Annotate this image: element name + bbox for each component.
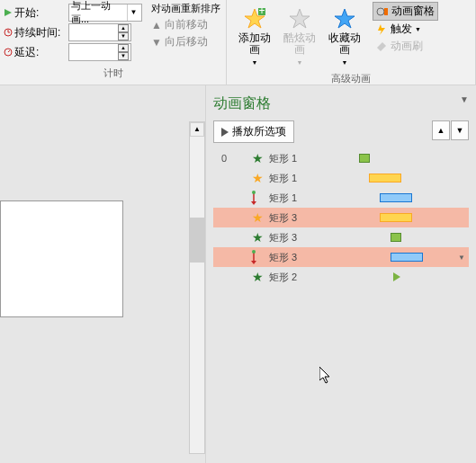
delay-icon — [4, 48, 13, 57]
star-icon: ★ — [249, 270, 265, 284]
svg-line-5 — [8, 50, 10, 52]
duration-label: 持续时间: — [4, 25, 68, 40]
svg-text:+: + — [258, 6, 265, 17]
svg-marker-15 — [221, 128, 229, 137]
cool-animation-icon — [287, 6, 312, 31]
animation-label: 矩形 1 — [269, 172, 297, 185]
animation-item[interactable]: ★矩形 1 — [213, 168, 469, 188]
animation-pane-button[interactable]: 动画窗格 — [373, 2, 438, 21]
chevron-down-icon[interactable]: ▼ — [127, 4, 139, 21]
animation-item[interactable]: ★矩形 2 — [213, 267, 469, 287]
move-earlier-button: ▲ 向前移动 — [151, 17, 220, 32]
star-icon: ★ — [249, 171, 265, 185]
ribbon: 开始: 与上一动画... ▼ 持续时间: ▲▼ — [0, 0, 476, 85]
timing-group-label: 计时 — [4, 67, 222, 83]
star-icon: ★ — [249, 151, 265, 165]
item-menu-button[interactable]: ▼ — [458, 254, 465, 262]
trigger-icon — [375, 23, 388, 36]
svg-point-11 — [377, 8, 384, 15]
advanced-group: + 添加动画▼ 酷炫动画▼ 收藏动画▼ 动画窗格 — [227, 0, 476, 85]
animation-item[interactable]: 0★矩形 1 — [213, 148, 469, 168]
delay-input[interactable]: ▲▼ — [68, 43, 131, 61]
content-area: ▲ 动画窗格 ▼ 播放所选项 ▲ ▼ 0★矩形 1★矩形 1矩形 1★矩形 3★… — [0, 85, 476, 463]
timing-group: 开始: 与上一动画... ▼ 持续时间: ▲▼ — [0, 0, 227, 85]
pane-icon — [376, 5, 389, 18]
animation-list: 0★矩形 1★矩形 1矩形 1★矩形 3★矩形 3矩形 3▼★矩形 2 — [213, 148, 469, 287]
duration-input[interactable]: ▲▼ — [68, 23, 131, 41]
start-dropdown[interactable]: 与上一动画... ▼ — [68, 4, 142, 22]
timeline-bar[interactable] — [359, 154, 370, 163]
scroll-up-button[interactable]: ▲ — [190, 122, 204, 137]
favorite-icon — [332, 6, 357, 31]
pane-title: 动画窗格 — [213, 94, 469, 113]
reorder-title: 对动画重新排序 — [151, 2, 220, 15]
svg-marker-18 — [251, 201, 256, 205]
animation-label: 矩形 1 — [269, 152, 297, 165]
pane-menu-button[interactable]: ▼ — [460, 94, 469, 104]
timeline-bar[interactable] — [391, 233, 401, 242]
spinner-down[interactable]: ▼ — [118, 52, 129, 60]
move-later-button: ▼ 向后移动 — [151, 34, 220, 49]
animation-label: 矩形 3 — [269, 211, 297, 225]
favorite-animation-button[interactable]: 收藏动画▼ — [322, 4, 367, 70]
timeline-bar[interactable] — [380, 193, 412, 202]
animation-label: 矩形 2 — [269, 271, 297, 284]
timeline-bar[interactable] — [391, 253, 423, 262]
slide-canvas[interactable] — [0, 200, 123, 317]
animation-pane: 动画窗格 ▼ 播放所选项 ▲ ▼ 0★矩形 1★矩形 1矩形 1★矩形 3★矩形… — [205, 85, 476, 463]
add-animation-button[interactable]: + 添加动画▼ — [232, 4, 277, 70]
timeline-bar[interactable] — [380, 213, 412, 222]
painter-icon — [375, 40, 388, 53]
animation-label: 矩形 1 — [269, 191, 297, 205]
arrow-up-icon: ▲ — [151, 19, 162, 31]
animation-painter-button: 动画刷 — [373, 38, 438, 55]
play-indicator-icon — [393, 272, 400, 281]
star-icon: ★ — [249, 210, 265, 225]
delay-label: 延迟: — [4, 45, 68, 60]
slide-area: ▲ — [0, 85, 205, 463]
scroll-thumb[interactable] — [190, 218, 204, 263]
clock-icon — [4, 28, 13, 37]
pane-move-up-button[interactable]: ▲ — [432, 120, 450, 140]
pane-move-down-button[interactable]: ▼ — [451, 120, 469, 140]
trigger-button[interactable]: 触发 ▼ — [373, 21, 438, 38]
spinner-down[interactable]: ▼ — [118, 32, 129, 40]
spinner-up[interactable]: ▲ — [118, 44, 129, 52]
animation-number: 0 — [215, 153, 233, 164]
svg-marker-0 — [4, 9, 12, 16]
animation-item[interactable]: ★矩形 3 — [213, 227, 469, 247]
motion-path-icon — [249, 191, 265, 205]
svg-point-17 — [252, 191, 256, 194]
play-selected-button[interactable]: 播放所选项 — [213, 120, 294, 143]
timeline-bar[interactable] — [369, 174, 401, 183]
play-icon — [4, 8, 13, 17]
svg-marker-13 — [378, 24, 385, 35]
animation-label: 矩形 3 — [269, 231, 297, 245]
spinner-up[interactable]: ▲ — [118, 24, 129, 32]
play-icon — [221, 128, 229, 137]
motion-path-icon — [249, 250, 265, 264]
star-icon: ★ — [249, 230, 265, 245]
svg-rect-12 — [384, 8, 388, 15]
svg-marker-10 — [335, 9, 355, 28]
animation-item[interactable]: 矩形 3▼ — [213, 247, 469, 267]
svg-marker-21 — [251, 261, 256, 264]
vertical-scrollbar[interactable]: ▲ — [189, 121, 205, 454]
svg-marker-9 — [290, 9, 310, 28]
arrow-down-icon: ▼ — [151, 36, 162, 49]
add-animation-icon: + — [242, 6, 267, 31]
animation-item[interactable]: ★矩形 3 — [213, 208, 469, 227]
animation-label: 矩形 3 — [269, 251, 297, 264]
svg-marker-14 — [377, 42, 386, 51]
cool-animation-button: 酷炫动画▼ — [277, 4, 322, 70]
svg-point-20 — [252, 250, 256, 254]
start-label: 开始: — [4, 5, 68, 21]
animation-item[interactable]: 矩形 1 — [213, 188, 469, 208]
